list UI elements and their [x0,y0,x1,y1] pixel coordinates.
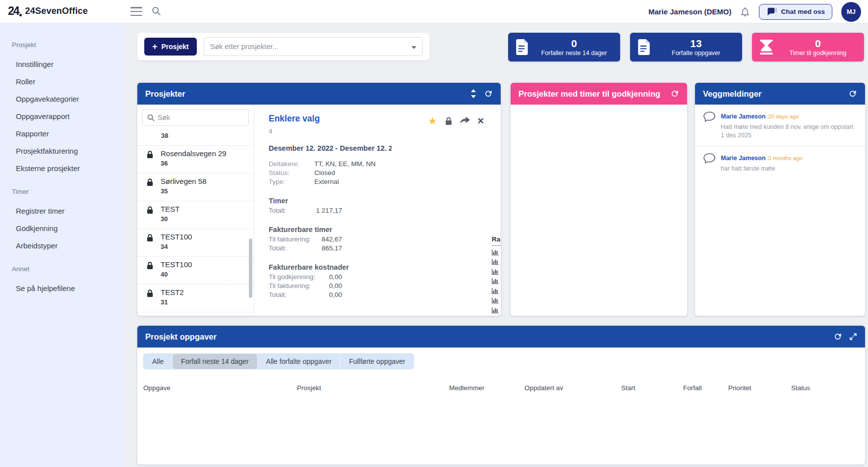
sidebar-item-eksterne-prosjekter[interactable]: Eksterne prosjekter [12,160,124,177]
bar-chart-icon [492,288,499,294]
hamburger-menu-icon[interactable] [130,7,142,16]
project-detail: Enklere valg 4 ★ × Desember 12. 2022 - D… [255,105,501,316]
report-link[interactable]: Kontoføringer spesifisert prognose [492,268,501,275]
refresh-icon[interactable] [848,89,857,98]
brand-name: 24SevenOffice [25,6,88,16]
topbar: 24 24SevenOffice Marie Jameson (DEMO) Ch… [0,0,868,23]
project-list-item[interactable]: TEST2 31 [137,285,254,312]
project-list-item[interactable]: Sørlivegen 58 35 [137,174,254,201]
sidebar-item-godkjenning[interactable]: Godkjenning [12,220,124,237]
column-oppdatert-av[interactable]: Oppdatert av [524,384,621,392]
sidebar-item-oppgavekategorier[interactable]: Oppgavekategorier [12,90,124,108]
approval-panel-title: Prosjekter med timer til godkjenning [519,89,670,99]
message-author[interactable]: Marie Jameson [721,113,765,120]
sidebar-item-hjelpefilene[interactable]: Se på hjelpefilene [12,280,124,297]
list-scrollbar[interactable] [249,238,252,298]
new-project-button[interactable]: + Prosjekt [144,38,197,56]
project-name: TEST [161,205,179,213]
stat-card-hours-approval[interactable]: 0 Timer til godkjenning [752,33,864,61]
column-forfall[interactable]: Forfall [683,384,728,392]
column-start[interactable]: Start [621,384,683,392]
sidebar-section-prosjekt: Prosjekt [12,41,124,49]
new-project-label: Prosjekt [162,43,189,51]
chat-button[interactable]: Chat med oss [759,4,832,20]
lock-icon [146,234,154,256]
report-link[interactable]: Kontoføringer spesifisert [492,258,501,265]
hourglass-icon [760,40,780,55]
avatar[interactable]: MJ [841,2,861,22]
column-status[interactable]: Status [791,384,865,392]
project-number: 34 [161,243,192,250]
row-label: Til fakturering: [269,282,311,290]
message-author[interactable]: Marie Jameson [721,155,765,162]
field-label: Type: [269,178,314,185]
reports-list: Rapporter Kontoføringer Kontoføringer sp… [492,235,501,314]
report-link[interactable]: Prosjekt timer [492,278,501,285]
stat-label-due-soon: Forfaller neste 14 dager [536,50,612,57]
logo-icon: 24 [8,4,21,18]
close-icon[interactable]: × [477,117,484,125]
wall-message[interactable]: Marie Jameson20 days ago Hatt møte med k… [695,105,865,146]
sidebar: Prosjekt Innstillinger Roller Oppgavekat… [0,23,124,467]
user-name[interactable]: Marie Jameson (DEMO) [648,7,732,16]
sidebar-item-arbeidstyper[interactable]: Arbeidstyper [12,237,124,254]
project-name: TEST100 [161,260,192,269]
tab-alle[interactable]: Alle [144,354,173,369]
project-search-input[interactable] [204,38,422,56]
sidebar-item-innstillinger[interactable]: Innstillinger [12,56,124,73]
lock-icon[interactable] [445,117,453,125]
logo[interactable]: 24 24SevenOffice [8,4,88,18]
expand-icon[interactable] [849,333,857,341]
briefcase-icon [146,131,154,145]
column-oppgave[interactable]: Oppgave [143,384,297,392]
project-number: 35 [161,187,207,195]
refresh-icon[interactable] [670,89,679,98]
message-timestamp: 20 days ago [768,114,799,119]
refresh-icon[interactable] [484,89,493,98]
report-link[interactable]: Reskontro saldo [492,297,501,304]
project-list-search[interactable] [142,109,249,126]
project-name: Rosendalsvegen 29 [161,149,227,158]
sidebar-item-prosjektfakturering[interactable]: Prosjektfakturering [12,142,124,160]
chat-bubble-icon [766,7,776,16]
row-value: 0,00 [329,273,342,281]
billable-hours-heading: Fakturerbare timer [269,226,332,234]
project-list-item[interactable]: TEST100 40 [137,257,254,285]
sidebar-item-roller[interactable]: Roller [12,73,124,90]
wall-message[interactable]: Marie Jameson3 months ago har hatt først… [695,146,865,179]
sidebar-section-timer: Timer [12,188,124,195]
report-link[interactable]: Resultatrapport [492,307,501,314]
report-link[interactable]: Kontoføringer [492,249,501,256]
column-medlemmer[interactable]: Medlemmer [449,384,524,392]
notifications-bell-icon[interactable] [740,6,750,17]
sort-icon[interactable] [470,89,477,98]
stat-card-due-soon[interactable]: 0 Forfaller neste 14 dager [508,33,620,61]
project-search-select[interactable] [204,37,423,56]
column-prosjekt[interactable]: Prosjekt [297,384,449,392]
favorite-star-icon[interactable]: ★ [428,116,437,126]
sidebar-item-oppgaverapport[interactable]: Oppgaverapport [12,108,124,125]
sidebar-item-rapporter[interactable]: Rapporter [12,125,124,142]
project-list-item[interactable]: Prosjekt med fastpris o... 38 [137,131,254,146]
report-link[interactable]: Prosjektrapport [492,288,501,294]
dropdown-caret-icon[interactable] [411,46,416,49]
tab-fullforte-oppgaver[interactable]: Fullførte oppgaver [341,354,414,369]
project-detail-title[interactable]: Enklere valg [269,114,320,124]
project-list-search-input[interactable] [143,110,248,125]
project-list-item[interactable]: TEST100 34 [137,229,254,257]
share-arrow-icon[interactable] [460,117,470,125]
wall-panel-title: Veggmeldinger [703,89,848,99]
message-text: har hatt første møte [721,165,858,173]
wall-messages-panel: Veggmeldinger Marie Jameson20 days ago H… [695,83,865,316]
column-prioritet[interactable]: Prioritet [728,384,791,392]
project-number: 31 [161,298,184,306]
lock-icon [146,150,154,173]
tab-alle-forfalte-oppgaver[interactable]: Alle forfalte oppgaver [258,354,341,369]
project-list-item[interactable]: Rosendalsvegen 29 36 [137,146,254,174]
project-list-item[interactable]: TEST 30 [137,201,254,229]
refresh-icon[interactable] [833,332,842,341]
sidebar-item-registrer-timer[interactable]: Registrer timer [12,202,124,220]
tab-forfall-neste-14-dager[interactable]: Forfall neste 14 dager [173,354,257,369]
search-icon[interactable] [151,6,162,16]
stat-card-overdue[interactable]: 13 Forfalte oppgaver [630,33,742,61]
